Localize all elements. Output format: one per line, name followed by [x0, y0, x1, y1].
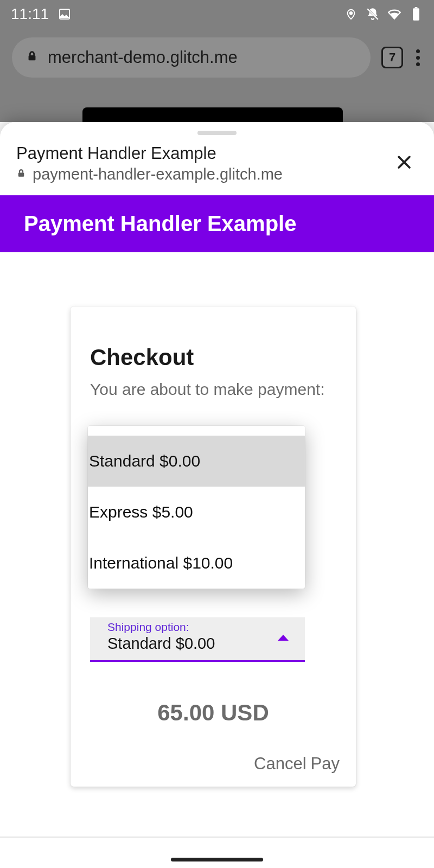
svg-rect-5 — [415, 7, 418, 8]
sheet-header: Payment Handler Example payment-handler-… — [0, 141, 434, 195]
svg-rect-4 — [413, 8, 419, 20]
shipping-option-express[interactable]: Express $5.00 — [88, 487, 305, 538]
sheet-drag-handle[interactable] — [197, 131, 237, 135]
tabs-button[interactable]: 7 — [381, 47, 403, 68]
close-button[interactable] — [391, 149, 418, 179]
sheet-origin: payment-handler-example.glitch.me — [16, 165, 391, 183]
checkout-title: Checkout — [90, 344, 336, 371]
shipping-label: Shipping option: — [107, 621, 297, 634]
home-indicator[interactable] — [171, 858, 263, 861]
browser-toolbar: merchant-demo.glitch.me 7 — [0, 34, 434, 81]
total-amount: 65.00 USD — [71, 700, 356, 726]
overflow-menu-button[interactable] — [414, 47, 422, 68]
app-header: Payment Handler Example — [0, 195, 434, 252]
chevron-up-icon — [278, 635, 289, 641]
location-icon — [344, 7, 358, 21]
url-text: merchant-demo.glitch.me — [48, 48, 238, 67]
sheet-title: Payment Handler Example — [16, 144, 391, 163]
status-time: 11:11 — [11, 5, 49, 23]
background-banner — [82, 107, 343, 124]
shipping-option-standard[interactable]: Standard $0.00 — [88, 436, 305, 487]
shipping-selected: Standard $0.00 — [107, 635, 297, 653]
app-header-title: Payment Handler Example — [24, 212, 296, 235]
payment-sheet: Payment Handler Example payment-handler-… — [0, 122, 434, 868]
checkout-subtitle: You are about to make payment: — [90, 380, 336, 399]
cancel-button[interactable]: Cancel — [254, 754, 307, 774]
battery-icon — [409, 7, 423, 21]
bell-off-icon — [366, 7, 380, 21]
lock-icon — [16, 168, 26, 182]
shipping-select[interactable]: Shipping option: Standard $0.00 — [90, 617, 305, 662]
pay-button[interactable]: Pay — [311, 754, 340, 774]
svg-rect-7 — [18, 173, 24, 177]
lock-icon — [26, 48, 38, 67]
shipping-option-international[interactable]: International $10.00 — [88, 538, 305, 589]
picture-icon — [58, 7, 72, 21]
tab-count: 7 — [389, 50, 395, 65]
svg-rect-6 — [29, 55, 36, 60]
svg-point-1 — [350, 12, 353, 15]
wifi-icon — [387, 7, 401, 21]
status-bar: 11:11 — [0, 0, 434, 28]
sheet-origin-text: payment-handler-example.glitch.me — [33, 165, 283, 183]
url-bar[interactable]: merchant-demo.glitch.me — [12, 37, 371, 78]
divider — [0, 837, 434, 838]
shipping-dropdown: Standard $0.00 Express $5.00 Internation… — [88, 426, 305, 589]
